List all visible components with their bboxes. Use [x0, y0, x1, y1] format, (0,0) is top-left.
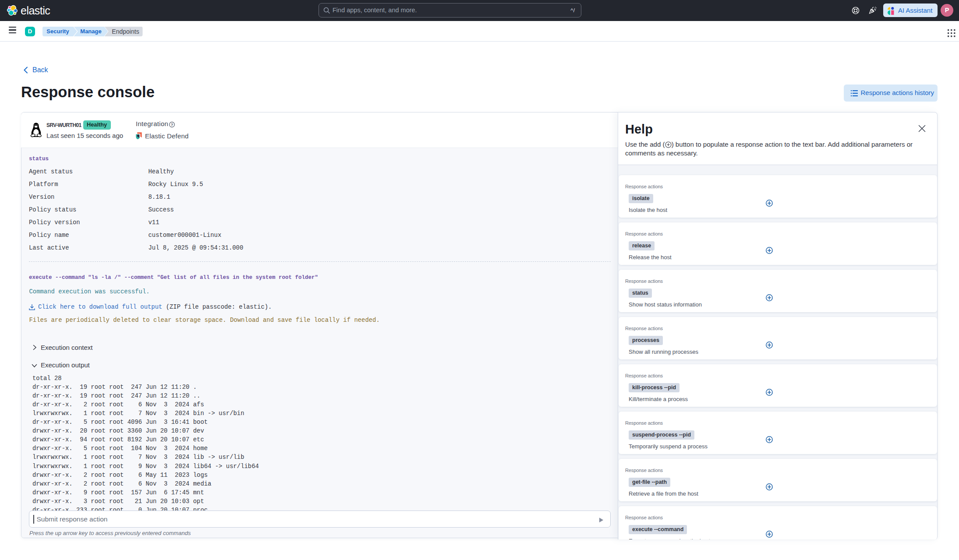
- svg-text:?: ?: [171, 122, 173, 127]
